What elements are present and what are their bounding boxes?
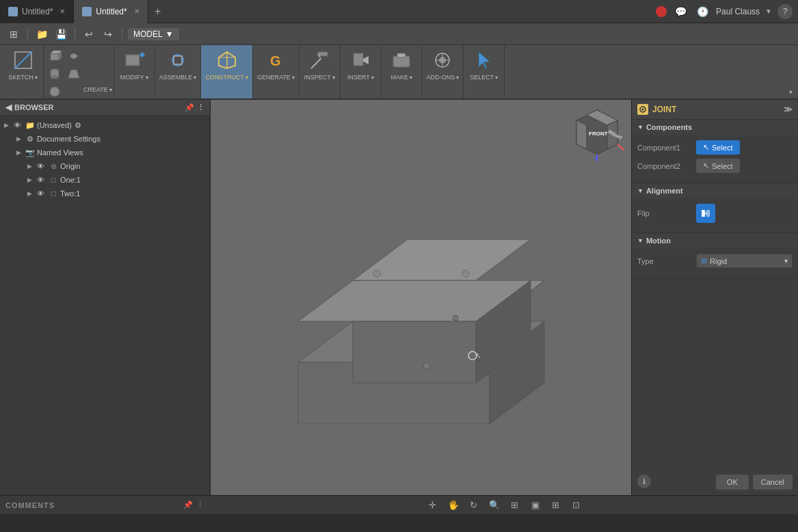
component2-select-button[interactable]: ↖ Select [696,159,740,173]
joint-expand-icon[interactable]: ≫ [784,105,793,114]
flip-button[interactable] [696,204,715,223]
undo-icon[interactable]: ↩ [81,26,97,42]
fit-tool-icon[interactable]: ⊞ [507,498,522,513]
move-tool-icon[interactable]: ✛ [425,498,440,513]
create-loft-btn[interactable] [64,66,83,82]
eye-icon-root[interactable]: 👁 [12,120,22,130]
new-tab-button[interactable]: + [148,2,168,21]
tree-arrow-docsettings: ▶ [14,134,23,144]
tab-2-close[interactable]: ✕ [134,8,139,15]
comments-expand-icon[interactable]: 📌 [183,501,194,509]
select-label: SELECT▾ [470,74,498,81]
ribbon-make[interactable]: MAKE▾ [382,45,423,98]
history-icon[interactable]: 🕐 [694,3,710,20]
model-mode-button[interactable]: MODEL ▼ [128,28,179,40]
motion-section: ▼ Motion Type ⊞ Rigid ▾ [632,233,798,278]
generate-label: GENERATE▾ [257,74,295,81]
zoom-tool-icon[interactable]: 🔍 [487,498,502,513]
snap-icon[interactable]: ⊡ [569,498,584,513]
tree-item-root[interactable]: ▶ 👁 📁 (Unsaved) ⚙ [0,118,210,132]
create-cylinder-btn[interactable] [45,66,64,82]
component1-select-button[interactable]: ↖ Select [696,140,740,155]
tree-item-docsettings[interactable]: ▶ ⚙ Document Settings [0,132,210,146]
tab-2[interactable]: Untitled* ✕ [74,0,148,23]
assemble-icon [165,48,190,72]
ribbon-construct[interactable]: CONSTRUCT▾ [201,45,253,98]
svg-point-54 [642,109,644,111]
file-icon[interactable]: 📁 [34,26,50,42]
create-more-btn[interactable] [45,83,64,100]
tree-item-one1[interactable]: ▶ 👁 □ One:1 [0,173,210,187]
grid-icon[interactable]: ⊞ [5,26,22,42]
viewport[interactable]: ↖ FRONT RIGHT Z X [211,100,631,495]
joint-panel: JOINT ≫ ▼ Components Component1 ↖ Select [631,100,798,495]
eye-icon-origin[interactable]: 👁 [36,161,45,171]
settings-icon-root[interactable]: ⚙ [73,120,83,130]
insert-label: INSERT▾ [347,74,374,81]
bottom-tools: ✛ 🖐 ↻ 🔍 ⊞ ▣ ⊞ ⊡ [211,498,798,513]
info-button[interactable]: ℹ [637,475,651,488]
alignment-section-header[interactable]: ▼ Alignment [632,183,798,198]
svg-point-37 [373,270,380,277]
tab-1[interactable]: Untitled* ✕ [0,0,74,23]
motion-type-select[interactable]: ⊞ Rigid ▾ [696,254,793,268]
component2-row: Component2 ↖ Select [637,159,793,173]
record-button[interactable] [656,6,667,17]
help-button[interactable]: ? [777,4,793,19]
components-section-header[interactable]: ▼ Components [632,120,798,135]
motion-arrow-icon: ▼ [637,237,643,244]
make-icon [389,48,414,72]
undo-arrow-icon[interactable]: ↪ [100,26,116,42]
svg-rect-56 [706,210,710,217]
type-dropdown-icon: ▾ [784,257,788,265]
user-dropdown-icon[interactable]: ▼ [765,8,772,15]
svg-marker-11 [139,52,145,57]
tab-1-close[interactable]: ✕ [59,8,65,15]
pan-tool-icon[interactable]: 🖐 [446,498,461,513]
tree-item-two1[interactable]: ▶ 👁 □ Two:1 [0,187,210,200]
comments-section[interactable]: COMMENTS 📌 ⋮ [0,496,211,514]
ok-button[interactable]: OK [716,475,749,490]
ribbon-select[interactable]: SELECT▾ [464,45,505,98]
axis-cube[interactable]: FRONT RIGHT Z X [570,107,624,161]
tree-arrow-one1: ▶ [25,175,34,185]
ribbon-sketch[interactable]: SKETCH▾ [3,45,44,98]
ribbon-modify[interactable]: MODIFY▾ [114,45,155,98]
save-icon[interactable]: 💾 [53,26,69,42]
eye-icon-one1[interactable]: 👁 [36,175,45,185]
svg-text:Z: Z [594,155,598,161]
grid-toggle-icon[interactable]: ⊞ [548,498,563,513]
svg-rect-24 [397,53,405,57]
create-revolve-btn[interactable] [64,48,83,64]
browser-back-icon[interactable]: ◀ [5,103,12,112]
flip-label: Flip [637,209,692,217]
ribbon-create[interactable]: CREATE▾ [44,45,114,98]
ribbon-addons[interactable]: ADD-ONS▾ [423,45,464,98]
ribbon-generate[interactable]: G GENERATE▾ [253,45,300,98]
user-name[interactable]: Paul Clauss [716,7,760,16]
ribbon-inspect[interactable]: INSPECT▾ [300,45,341,98]
cancel-button[interactable]: Cancel [753,475,793,490]
tree-item-origin[interactable]: ▶ 👁 ⊕ Origin [0,159,210,173]
browser-pin-icon[interactable]: 📌 [185,103,194,112]
3d-scene: ↖ [257,171,585,424]
tab-bar: Untitled* ✕ Untitled* ✕ + 💬 🕐 Paul Claus… [0,0,798,23]
sketch-icon [11,48,36,72]
ribbon-assemble[interactable]: ASSEMBLE▾ [155,45,202,98]
svg-text:G: G [270,53,281,68]
eye-icon-two1[interactable]: 👁 [36,189,45,198]
motion-section-header[interactable]: ▼ Motion [632,233,798,248]
chat-icon[interactable]: 💬 [672,3,689,20]
ribbon-expand[interactable]: ▾ [786,45,795,98]
ribbon-insert[interactable]: INSERT▾ [341,45,382,98]
browser-more-icon[interactable]: ⋮ [197,103,204,112]
tree-label-one1: One:1 [60,176,81,184]
display-mode-icon[interactable]: ▣ [528,498,543,513]
comments-pin-icon[interactable]: ⋮ [196,501,204,509]
cylinder-icon [48,67,62,81]
svg-rect-55 [702,210,705,217]
main-toolbar: ⊞ 📁 💾 ↩ ↪ MODEL ▼ [0,23,798,45]
create-box-btn[interactable] [45,48,64,64]
tree-item-namedviews[interactable]: ▶ 📷 Named Views [0,146,210,159]
orbit-tool-icon[interactable]: ↻ [466,498,481,513]
